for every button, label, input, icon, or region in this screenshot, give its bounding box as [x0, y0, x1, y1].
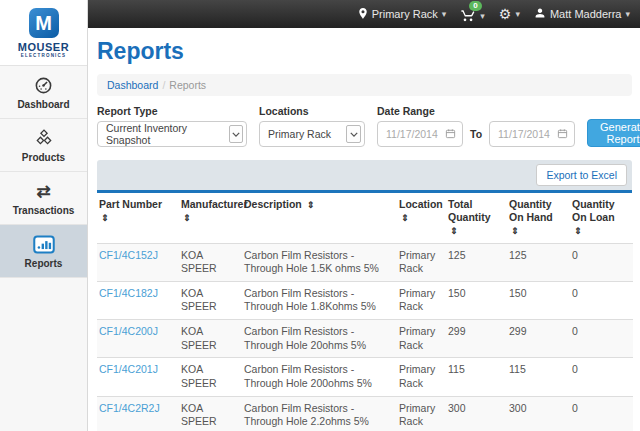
- table-cell: KOA SPEER: [181, 281, 244, 319]
- locations-select[interactable]: Primary Rack: [259, 121, 365, 147]
- table-row: CF1/4C201JKOA SPEERCarbon Film Resistors…: [97, 358, 633, 396]
- column-header-quantity-on-loan[interactable]: Quantity On Loan ⇕: [572, 193, 633, 243]
- sort-icon: ⇕: [401, 213, 409, 223]
- cart-count-badge: 0: [469, 1, 481, 11]
- mouser-monogram-icon: M: [29, 8, 59, 38]
- table-cell: Carbon Film Resistors - Through Hole 1.5…: [244, 243, 399, 281]
- date-range-group: Date Range 11/17/2014 To 11/17/2014: [377, 105, 575, 147]
- table-cell: Primary Rack: [399, 281, 448, 319]
- user-menu-label: Matt Madderra: [550, 8, 622, 20]
- date-to-label: To: [470, 128, 482, 147]
- sort-icon: ⇕: [183, 213, 191, 223]
- user-icon: [534, 7, 546, 21]
- select-chevron-icon: [346, 125, 361, 143]
- column-header-part-number[interactable]: Part Number ⇕: [97, 193, 181, 243]
- date-to-input[interactable]: 11/17/2014: [489, 121, 575, 147]
- sort-icon: ⇕: [450, 226, 458, 236]
- mouser-logo[interactable]: M MOUSER ELECTRONICS: [0, 0, 87, 66]
- calendar-icon: [445, 128, 456, 141]
- table-cell: Carbon Film Resistors - Through Hole 20o…: [244, 320, 399, 358]
- sidebar-item-label: Transactions: [0, 205, 87, 216]
- report-type-select[interactable]: Current Inventory Snapshot: [97, 121, 247, 147]
- location-menu[interactable]: Primary Rack ▾: [358, 7, 447, 22]
- table-cell: 0: [572, 358, 633, 396]
- part-number-link[interactable]: CF1/4C182J: [99, 287, 158, 299]
- settings-menu[interactable]: ⚙ ▾: [499, 7, 520, 21]
- gear-icon: ⚙: [499, 7, 512, 21]
- date-to-value: 11/17/2014: [498, 128, 550, 140]
- column-header-description[interactable]: Description ⇕: [244, 193, 399, 243]
- generate-report-button[interactable]: Generate Report: [587, 119, 640, 147]
- column-header-location[interactable]: Location ⇕: [399, 193, 448, 243]
- select-chevron-icon: [229, 125, 243, 143]
- part-number-link[interactable]: CF1/4C200J: [99, 325, 158, 337]
- brand-name: MOUSER: [0, 41, 87, 53]
- table-cell: Primary Rack: [399, 358, 448, 396]
- sort-icon: ⇕: [511, 226, 519, 236]
- part-number-link[interactable]: CF1/4C152J: [99, 249, 158, 261]
- table-header-row: Part Number ⇕Manufacturer ⇕Description ⇕…: [97, 193, 633, 243]
- table-cell: 300: [509, 396, 572, 431]
- user-menu[interactable]: Matt Madderra ▾: [534, 7, 630, 21]
- export-to-excel-button[interactable]: Export to Excel: [536, 164, 627, 186]
- locations-label: Locations: [259, 105, 365, 117]
- dashboard-gauge-icon: [0, 75, 87, 95]
- location-menu-label: Primary Rack: [372, 8, 438, 20]
- table-toolbar: Export to Excel: [97, 160, 632, 190]
- part-number-link[interactable]: CF1/4C201J: [99, 363, 158, 375]
- table-row: CF1/4C182JKOA SPEERCarbon Film Resistors…: [97, 281, 633, 319]
- column-header-quantity-on-hand[interactable]: Quantity On Hand ⇕: [509, 193, 572, 243]
- sidebar-item-products[interactable]: Products: [0, 119, 87, 172]
- report-filters: Report Type Current Inventory Snapshot L…: [97, 105, 632, 147]
- cart-menu[interactable]: 0 ▾: [460, 5, 485, 24]
- sidebar: M MOUSER ELECTRONICS Dashboard: [0, 0, 88, 431]
- table-row: CF1/4C152JKOA SPEERCarbon Film Resistors…: [97, 243, 633, 281]
- sidebar-item-label: Reports: [0, 258, 87, 269]
- app-window: M MOUSER ELECTRONICS Dashboard: [0, 0, 640, 431]
- table-cell: 150: [509, 281, 572, 319]
- sidebar-item-label: Products: [0, 152, 87, 163]
- breadcrumb-separator: /: [162, 79, 165, 91]
- table-cell: Carbon Film Resistors - Through Hole 200…: [244, 358, 399, 396]
- sidebar-item-reports[interactable]: Reports: [0, 225, 87, 278]
- locations-group: Locations Primary Rack: [259, 105, 365, 147]
- report-type-value: Current Inventory Snapshot: [106, 122, 229, 146]
- table-cell: 0: [572, 320, 633, 358]
- table-cell: 125: [509, 243, 572, 281]
- sort-icon: ⇕: [574, 226, 582, 236]
- table-cell: Carbon Film Resistors - Through Hole 1.8…: [244, 281, 399, 319]
- table-cell: Primary Rack: [399, 243, 448, 281]
- report-table: Part Number ⇕Manufacturer ⇕Description ⇕…: [97, 193, 633, 431]
- topbar: Primary Rack ▾ 0 ▾ ⚙ ▾ Matt Madderra ▾: [88, 0, 640, 28]
- table-row: CF1/4C2R2JKOA SPEERCarbon Film Resistors…: [97, 396, 633, 431]
- chevron-down-icon: ▾: [480, 11, 485, 21]
- table-cell: 300: [448, 396, 509, 431]
- table-cell: 150: [448, 281, 509, 319]
- date-from-input[interactable]: 11/17/2014: [377, 121, 463, 147]
- breadcrumb-dashboard-link[interactable]: Dashboard: [107, 79, 158, 91]
- table-cell: Carbon Film Resistors - Through Hole 2.2…: [244, 396, 399, 431]
- table-cell: 0: [572, 243, 633, 281]
- sort-icon: ⇕: [101, 213, 109, 223]
- table-cell: Primary Rack: [399, 320, 448, 358]
- locations-value: Primary Rack: [268, 128, 331, 140]
- table-cell: KOA SPEER: [181, 243, 244, 281]
- date-from-value: 11/17/2014: [386, 128, 438, 140]
- location-pin-icon: [358, 7, 368, 22]
- table-cell: 115: [509, 358, 572, 396]
- column-header-total-quantity[interactable]: Total Quantity ⇕: [448, 193, 509, 243]
- sidebar-item-transactions[interactable]: ⇄ Transactions: [0, 172, 87, 225]
- table-cell: Primary Rack: [399, 396, 448, 431]
- sidebar-item-label: Dashboard: [0, 99, 87, 110]
- part-number-cell: CF1/4C152J: [97, 243, 181, 281]
- column-header-manufacturer[interactable]: Manufacturer ⇕: [181, 193, 244, 243]
- report-type-group: Report Type Current Inventory Snapshot: [97, 105, 247, 147]
- table-cell: 0: [572, 396, 633, 431]
- part-number-link[interactable]: CF1/4C2R2J: [99, 402, 160, 414]
- part-number-cell: CF1/4C182J: [97, 281, 181, 319]
- report-type-label: Report Type: [97, 105, 247, 117]
- table-cell: KOA SPEER: [181, 396, 244, 431]
- breadcrumb: Dashboard/Reports: [97, 74, 632, 96]
- chevron-down-icon: ▾: [625, 9, 630, 19]
- sidebar-item-dashboard[interactable]: Dashboard: [0, 66, 87, 119]
